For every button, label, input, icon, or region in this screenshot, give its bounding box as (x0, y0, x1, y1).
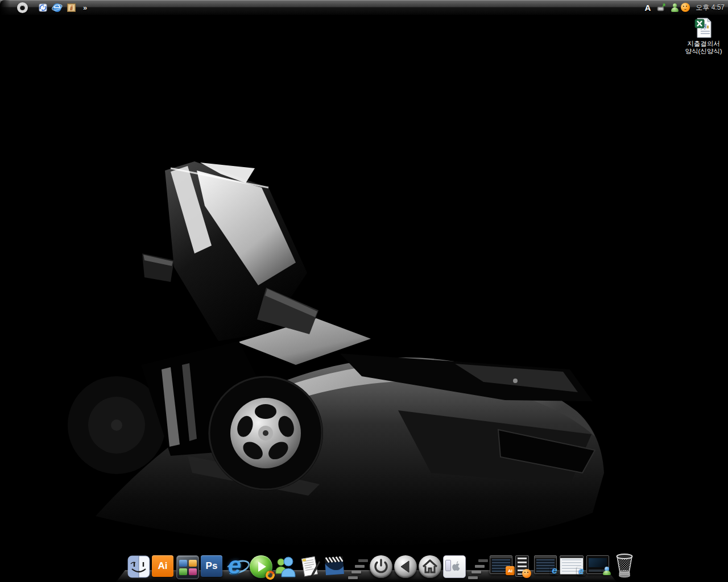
removable-device-icon[interactable] (656, 2, 667, 13)
dock-item-back[interactable] (394, 555, 417, 578)
ie-letter: e (228, 552, 241, 579)
photoshop-icon: Ps (201, 555, 222, 577)
dock-item-msn-messenger[interactable] (274, 555, 297, 578)
internet-explorer-icon[interactable] (52, 2, 63, 13)
dock-item-home[interactable] (419, 555, 441, 578)
dock-item-finder[interactable] (127, 555, 150, 578)
internet-explorer-big-icon: e (225, 555, 248, 578)
illustrator-label: Ai (158, 560, 168, 572)
messenger-badge-icon (602, 566, 611, 575)
launcher-orb-icon[interactable] (17, 2, 28, 13)
car-wallpaper (0, 0, 728, 582)
dock-item-illustrator[interactable]: Ai (152, 555, 175, 578)
ime-indicator[interactable]: A (644, 3, 651, 13)
dock-item-min-webpage-window[interactable]: e (560, 555, 585, 578)
finder-icon (127, 555, 150, 578)
minimized-player-window-thumb (586, 555, 609, 574)
messenger-online-icon[interactable] (671, 3, 679, 12)
outlook-mail-icon[interactable] (38, 2, 48, 13)
app-drawer-cube-icon (176, 555, 199, 579)
chat-character-badge-icon (522, 569, 531, 578)
apple-box-icon (443, 555, 466, 578)
shortcut-label-line2: 양식(신양식) (681, 48, 726, 55)
photoshop-label: Ps (206, 560, 218, 572)
back-arrow-icon (394, 555, 417, 578)
dock-item-min-ie-window[interactable]: e (534, 555, 558, 578)
dock-item-text-editor[interactable] (299, 555, 321, 578)
dock-item-photoshop[interactable]: Ps (201, 555, 224, 578)
dock-separator (468, 554, 488, 578)
power-icon (370, 555, 392, 578)
dock-item-app-drawer[interactable] (176, 555, 199, 578)
minimized-webpage-window-thumb: e (560, 555, 584, 575)
menubar-overflow-chevron[interactable]: » (83, 3, 88, 12)
media-player-icon (250, 555, 272, 578)
dock-item-trash[interactable] (612, 552, 637, 578)
excel-document-icon (693, 17, 714, 39)
illustrator-icon: Ai (152, 555, 173, 577)
msn-messenger-icon (274, 555, 297, 578)
dock-item-video-editor[interactable] (323, 555, 346, 578)
desktop-shortcut-excel[interactable]: 지출결의서 양식(신양식) (681, 17, 726, 55)
system-tray: A 오후 4:57 (644, 2, 725, 13)
ie-badge-icon: e (550, 566, 559, 575)
menubar-left-cap (0, 0, 11, 15)
alarm-widget-icon[interactable] (681, 3, 690, 12)
dock: Ai Ps e (0, 542, 728, 582)
dock-row: Ai Ps e (127, 552, 637, 578)
shortcut-label-line1: 지출결의서 (681, 40, 726, 48)
text-editor-icon (299, 555, 321, 578)
dock-item-internet-explorer[interactable]: e (225, 555, 248, 578)
desktop-root: { "menubar": { "launcher": "launcher-orb… (0, 0, 728, 582)
ie-badge-icon: e (577, 567, 586, 576)
lighter-image (445, 560, 451, 571)
play-icon (258, 562, 266, 572)
top-menubar: » A 오후 4:57 (0, 0, 728, 15)
dock-item-min-illustrator-window[interactable]: Ai (490, 555, 514, 578)
dock-item-power[interactable] (370, 555, 392, 578)
home-icon (419, 555, 441, 578)
minimized-chat-window-thumb (515, 555, 529, 577)
minimized-ie-window-thumb: e (534, 555, 557, 574)
trash-icon (612, 552, 637, 578)
video-editor-icon (323, 555, 346, 578)
dock-item-apple-box[interactable] (443, 555, 466, 578)
tray-clock[interactable]: 오후 4:57 (696, 3, 725, 13)
illustrator-badge-icon: Ai (506, 566, 515, 575)
dock-item-min-player-window[interactable] (586, 555, 610, 578)
dock-separator (348, 554, 368, 578)
image-viewer-icon[interactable] (66, 2, 77, 13)
dock-item-min-chat-window[interactable] (515, 555, 532, 578)
minimized-illustrator-window-thumb: Ai (490, 555, 512, 574)
dock-item-media-player[interactable] (250, 555, 272, 578)
